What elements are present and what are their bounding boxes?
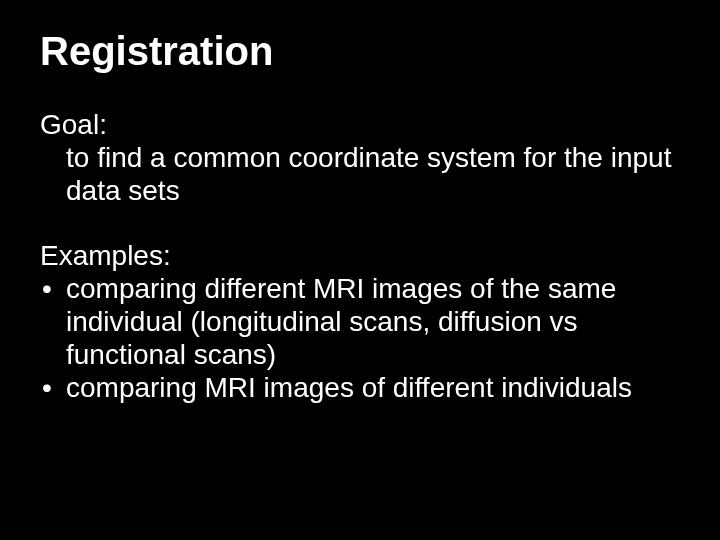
- list-item: comparing MRI images of different indivi…: [40, 371, 680, 404]
- examples-label: Examples:: [40, 239, 680, 272]
- list-item: comparing different MRI images of the sa…: [40, 272, 680, 371]
- goal-text: to find a common coordinate system for t…: [66, 141, 680, 207]
- slide-body: Goal: to find a common coordinate system…: [40, 108, 680, 404]
- slide-title: Registration: [40, 28, 680, 74]
- slide: Registration Goal: to find a common coor…: [0, 0, 720, 540]
- spacer: [40, 207, 680, 239]
- goal-label: Goal:: [40, 108, 680, 141]
- examples-list: comparing different MRI images of the sa…: [40, 272, 680, 404]
